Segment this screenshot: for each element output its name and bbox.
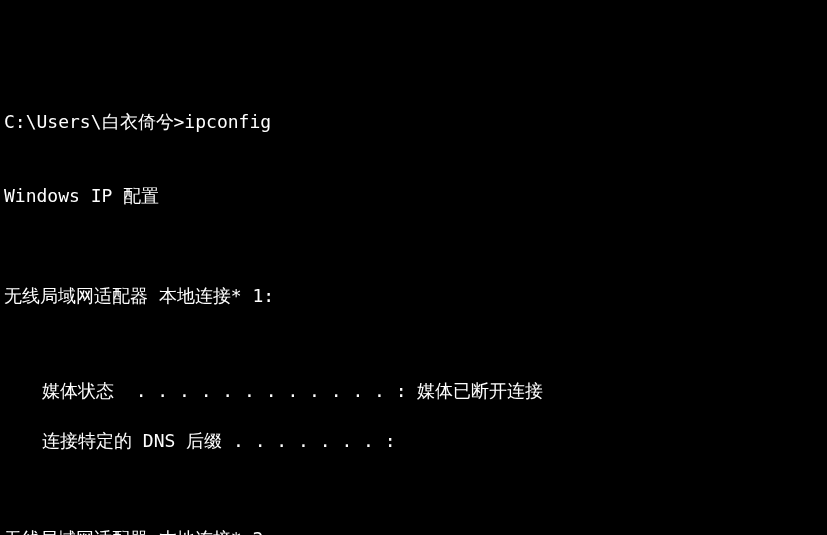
- dns-suffix-line: 连接特定的 DNS 后缀 . . . . . . . :: [4, 428, 823, 453]
- ipconfig-header: Windows IP 配置: [4, 183, 823, 208]
- command-prompt[interactable]: C:\Users\白衣倚兮>ipconfig: [4, 109, 823, 134]
- media-state-line: 媒体状态 . . . . . . . . . . . . : 媒体已断开连接: [4, 378, 823, 403]
- adapter-title: 无线局域网适配器 本地连接* 1:: [4, 283, 823, 308]
- prompt-text: C:\Users\白衣倚兮>ipconfig: [4, 111, 271, 132]
- adapter-title: 无线局域网适配器 本地连接* 2:: [4, 526, 823, 535]
